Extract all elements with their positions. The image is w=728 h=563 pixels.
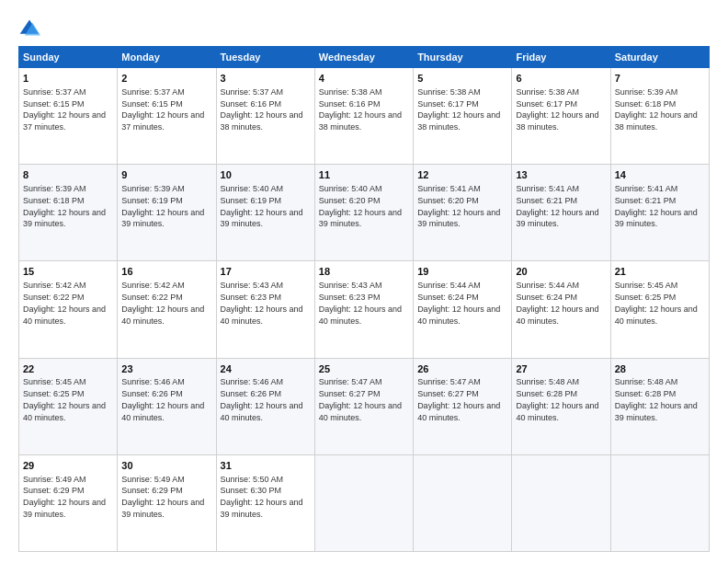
calendar-day-header: Sunday [19, 47, 118, 68]
calendar-cell: 28Sunrise: 5:48 AMSunset: 6:28 PMDayligh… [610, 358, 709, 454]
calendar-cell [414, 454, 512, 551]
calendar-cell: 19Sunrise: 5:44 AMSunset: 6:24 PMDayligh… [414, 261, 512, 358]
day-info: Sunrise: 5:39 AMSunset: 6:19 PMDaylight:… [121, 184, 204, 228]
calendar-day-header: Friday [512, 47, 610, 68]
calendar-cell: 20Sunrise: 5:44 AMSunset: 6:24 PMDayligh… [512, 261, 610, 358]
calendar-cell: 16Sunrise: 5:42 AMSunset: 6:22 PMDayligh… [118, 261, 216, 358]
calendar-cell: 9Sunrise: 5:39 AMSunset: 6:19 PMDaylight… [118, 165, 216, 261]
day-number: 6 [516, 72, 606, 86]
day-number: 15 [23, 265, 113, 279]
day-info: Sunrise: 5:44 AMSunset: 6:24 PMDaylight:… [516, 281, 598, 325]
calendar-cell [314, 454, 413, 551]
calendar-cell: 12Sunrise: 5:41 AMSunset: 6:20 PMDayligh… [414, 165, 512, 261]
day-info: Sunrise: 5:49 AMSunset: 6:29 PMDaylight:… [121, 475, 204, 519]
day-number: 18 [319, 265, 409, 279]
day-number: 11 [319, 168, 409, 182]
day-number: 22 [23, 362, 113, 376]
day-info: Sunrise: 5:39 AMSunset: 6:18 PMDaylight:… [23, 184, 106, 228]
calendar-week-row: 29Sunrise: 5:49 AMSunset: 6:29 PMDayligh… [19, 454, 710, 551]
day-info: Sunrise: 5:45 AMSunset: 6:25 PMDaylight:… [615, 281, 698, 325]
day-number: 27 [516, 362, 606, 376]
calendar-cell: 23Sunrise: 5:46 AMSunset: 6:26 PMDayligh… [118, 358, 216, 454]
day-number: 5 [417, 72, 507, 86]
calendar-week-row: 22Sunrise: 5:45 AMSunset: 6:25 PMDayligh… [19, 358, 710, 454]
calendar-cell: 4Sunrise: 5:38 AMSunset: 6:16 PMDaylight… [314, 68, 413, 165]
day-number: 4 [319, 72, 409, 86]
calendar-day-header: Wednesday [314, 47, 413, 68]
day-info: Sunrise: 5:43 AMSunset: 6:23 PMDaylight:… [221, 281, 303, 325]
calendar-cell: 18Sunrise: 5:43 AMSunset: 6:23 PMDayligh… [314, 261, 413, 358]
calendar-week-row: 1Sunrise: 5:37 AMSunset: 6:15 PMDaylight… [19, 68, 710, 165]
day-number: 26 [417, 362, 507, 376]
calendar-week-row: 15Sunrise: 5:42 AMSunset: 6:22 PMDayligh… [19, 261, 710, 358]
day-info: Sunrise: 5:39 AMSunset: 6:18 PMDaylight:… [615, 87, 698, 132]
day-info: Sunrise: 5:48 AMSunset: 6:28 PMDaylight:… [516, 377, 598, 421]
calendar-day-header: Tuesday [216, 47, 314, 68]
day-number: 20 [516, 265, 606, 279]
day-info: Sunrise: 5:40 AMSunset: 6:19 PMDaylight:… [221, 184, 303, 228]
calendar-cell: 14Sunrise: 5:41 AMSunset: 6:21 PMDayligh… [610, 165, 709, 261]
calendar-cell: 25Sunrise: 5:47 AMSunset: 6:27 PMDayligh… [314, 358, 413, 454]
day-info: Sunrise: 5:41 AMSunset: 6:21 PMDaylight:… [615, 184, 698, 228]
day-info: Sunrise: 5:45 AMSunset: 6:25 PMDaylight:… [23, 377, 106, 421]
calendar-cell: 22Sunrise: 5:45 AMSunset: 6:25 PMDayligh… [19, 358, 118, 454]
calendar-week-row: 8Sunrise: 5:39 AMSunset: 6:18 PMDaylight… [19, 165, 710, 261]
day-number: 21 [615, 265, 705, 279]
day-info: Sunrise: 5:38 AMSunset: 6:16 PMDaylight:… [319, 87, 402, 132]
day-info: Sunrise: 5:48 AMSunset: 6:28 PMDaylight:… [615, 377, 698, 421]
page: SundayMondayTuesdayWednesdayThursdayFrid… [0, 0, 728, 563]
calendar-day-header: Monday [118, 47, 216, 68]
day-number: 25 [319, 362, 409, 376]
day-number: 23 [121, 362, 211, 376]
calendar-cell: 5Sunrise: 5:38 AMSunset: 6:17 PMDaylight… [414, 68, 512, 165]
calendar-cell: 2Sunrise: 5:37 AMSunset: 6:15 PMDaylight… [118, 68, 216, 165]
day-info: Sunrise: 5:38 AMSunset: 6:17 PMDaylight:… [516, 87, 598, 132]
day-number: 29 [23, 459, 113, 473]
day-number: 1 [23, 72, 113, 86]
day-number: 19 [417, 265, 507, 279]
day-info: Sunrise: 5:49 AMSunset: 6:29 PMDaylight:… [23, 475, 106, 519]
day-info: Sunrise: 5:50 AMSunset: 6:30 PMDaylight:… [221, 475, 303, 519]
calendar-day-header: Saturday [610, 47, 709, 68]
day-number: 31 [221, 459, 311, 473]
day-number: 9 [121, 168, 211, 182]
day-number: 3 [221, 72, 311, 86]
day-number: 2 [121, 72, 211, 86]
day-info: Sunrise: 5:46 AMSunset: 6:26 PMDaylight:… [121, 377, 204, 421]
day-info: Sunrise: 5:41 AMSunset: 6:20 PMDaylight:… [417, 184, 500, 228]
day-info: Sunrise: 5:44 AMSunset: 6:24 PMDaylight:… [417, 281, 500, 325]
day-info: Sunrise: 5:37 AMSunset: 6:15 PMDaylight:… [23, 87, 106, 132]
day-info: Sunrise: 5:42 AMSunset: 6:22 PMDaylight:… [121, 281, 204, 325]
day-number: 13 [516, 168, 606, 182]
day-info: Sunrise: 5:47 AMSunset: 6:27 PMDaylight:… [319, 377, 402, 421]
calendar-cell: 26Sunrise: 5:47 AMSunset: 6:27 PMDayligh… [414, 358, 512, 454]
header [18, 17, 710, 39]
calendar-cell: 27Sunrise: 5:48 AMSunset: 6:28 PMDayligh… [512, 358, 610, 454]
day-info: Sunrise: 5:37 AMSunset: 6:15 PMDaylight:… [121, 87, 204, 132]
calendar-cell: 8Sunrise: 5:39 AMSunset: 6:18 PMDaylight… [19, 165, 118, 261]
calendar-cell: 1Sunrise: 5:37 AMSunset: 6:15 PMDaylight… [19, 68, 118, 165]
calendar-cell [512, 454, 610, 551]
day-number: 14 [615, 168, 705, 182]
calendar-cell [610, 454, 709, 551]
day-number: 12 [417, 168, 507, 182]
logo [18, 17, 44, 39]
calendar-cell: 15Sunrise: 5:42 AMSunset: 6:22 PMDayligh… [19, 261, 118, 358]
calendar-cell: 30Sunrise: 5:49 AMSunset: 6:29 PMDayligh… [118, 454, 216, 551]
day-info: Sunrise: 5:38 AMSunset: 6:17 PMDaylight:… [417, 87, 500, 132]
calendar-cell: 31Sunrise: 5:50 AMSunset: 6:30 PMDayligh… [216, 454, 314, 551]
calendar-cell: 24Sunrise: 5:46 AMSunset: 6:26 PMDayligh… [216, 358, 314, 454]
calendar-cell: 21Sunrise: 5:45 AMSunset: 6:25 PMDayligh… [610, 261, 709, 358]
day-info: Sunrise: 5:46 AMSunset: 6:26 PMDaylight:… [221, 377, 303, 421]
day-number: 30 [121, 459, 211, 473]
day-number: 8 [23, 168, 113, 182]
calendar-cell: 17Sunrise: 5:43 AMSunset: 6:23 PMDayligh… [216, 261, 314, 358]
day-info: Sunrise: 5:42 AMSunset: 6:22 PMDaylight:… [23, 281, 106, 325]
calendar-table: SundayMondayTuesdayWednesdayThursdayFrid… [18, 46, 710, 552]
calendar-cell: 10Sunrise: 5:40 AMSunset: 6:19 PMDayligh… [216, 165, 314, 261]
calendar-cell: 7Sunrise: 5:39 AMSunset: 6:18 PMDaylight… [610, 68, 709, 165]
calendar-cell: 3Sunrise: 5:37 AMSunset: 6:16 PMDaylight… [216, 68, 314, 165]
calendar-day-header: Thursday [414, 47, 512, 68]
calendar-cell: 6Sunrise: 5:38 AMSunset: 6:17 PMDaylight… [512, 68, 610, 165]
calendar-header-row: SundayMondayTuesdayWednesdayThursdayFrid… [19, 47, 710, 68]
